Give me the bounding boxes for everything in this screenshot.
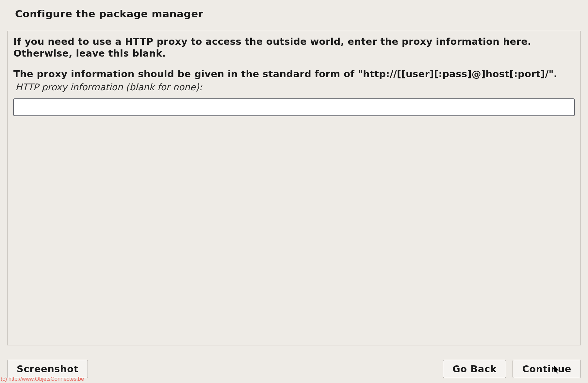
- main-panel: If you need to use a HTTP proxy to acces…: [7, 31, 581, 345]
- http-proxy-input[interactable]: [13, 98, 575, 116]
- footer-bar: Screenshot Go Back Continue: [7, 360, 581, 378]
- proxy-instruction-1: If you need to use a HTTP proxy to acces…: [13, 36, 575, 60]
- footer-right-group: Go Back Continue: [443, 360, 581, 378]
- go-back-button[interactable]: Go Back: [443, 360, 506, 378]
- page-title: Configure the package manager: [0, 0, 588, 20]
- watermark-text: (c) http://www.ObjetsConnectes.be: [0, 375, 85, 383]
- proxy-instruction-2: The proxy information should be given in…: [13, 68, 575, 80]
- continue-button[interactable]: Continue: [513, 360, 581, 378]
- proxy-field-label: HTTP proxy information (blank for none):: [15, 82, 575, 93]
